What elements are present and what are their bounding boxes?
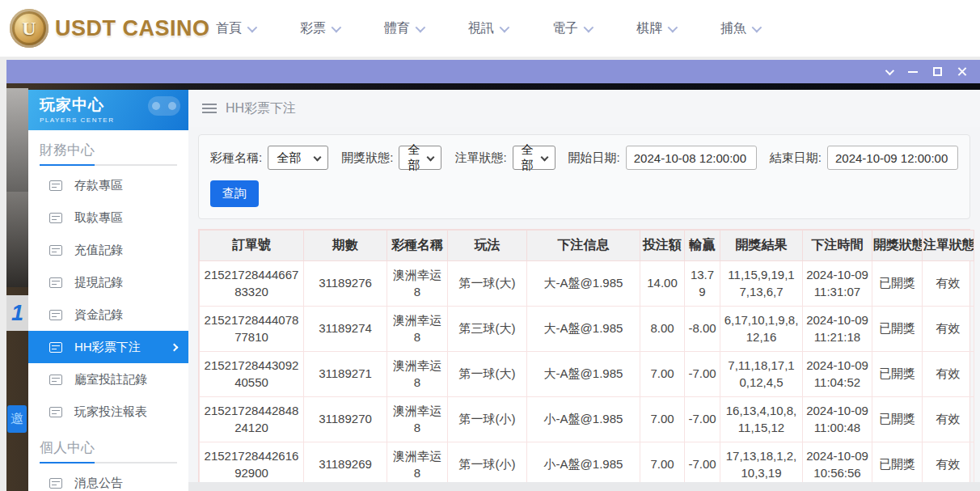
sidebar-item[interactable]: 提現記錄 <box>28 266 188 298</box>
cell-play: 第一球(大) <box>448 261 527 307</box>
sidebar-item[interactable]: 廳室投註記錄 <box>28 363 188 396</box>
table-row: 2152172844309240550 31189271 澳洲幸运8 第一球(大… <box>200 352 974 397</box>
cell-period: 31189271 <box>304 352 387 397</box>
nav-menu-item[interactable]: 視訊 <box>464 20 511 37</box>
draw-status-value: 全部 <box>408 142 420 173</box>
cell-lottery: 澳洲幸运8 <box>387 352 448 397</box>
deposit-icon <box>49 180 62 191</box>
sidebar-personal-items: 消息公告 <box>28 467 188 491</box>
casino-emblem-icon: U <box>10 9 49 48</box>
cell-draw-result: 6,17,10,1,9,8,12,16 <box>720 307 803 352</box>
draw-status-select[interactable]: 全部 <box>399 146 441 170</box>
hall-bets-icon <box>49 375 62 385</box>
query-button[interactable]: 查詢 <box>210 180 259 207</box>
start-date-input[interactable] <box>626 146 757 170</box>
table-header-cell: 期數 <box>304 231 387 261</box>
main-navigation: 首頁 彩票 體育 視訊 電子 棋牌 捕魚 <box>212 0 763 57</box>
sidebar-item-label: 資金記錄 <box>74 307 123 323</box>
cell-win-loss: -7.00 <box>685 442 720 488</box>
sidebar-item-label: HH彩票下注 <box>74 340 141 355</box>
bets-table: 訂單號期數彩種名稱玩法下注信息投注額輸贏開獎結果下注時間開獎狀態注單狀態 215… <box>198 229 970 488</box>
chevron-down-icon <box>427 154 435 162</box>
nav-label: 首頁 <box>216 20 242 37</box>
window-close-button[interactable] <box>949 60 974 83</box>
cell-lottery: 澳洲幸运8 <box>387 307 448 352</box>
section-label-personal: 個人中心 <box>40 438 177 457</box>
nav-menu-item[interactable]: 電子 <box>548 20 595 37</box>
close-icon <box>957 66 967 77</box>
background-fragment <box>6 88 28 192</box>
nav-menu-item[interactable]: 捕魚 <box>716 20 763 37</box>
gamepad-icon <box>148 96 180 116</box>
withdrawal-record-icon <box>49 277 62 288</box>
minimize-icon <box>908 71 918 73</box>
sidebar-item[interactable]: 消息公告 <box>28 467 188 491</box>
brand-logo[interactable]: U USDT CASINO <box>10 9 210 48</box>
cell-order-status: 有效 <box>923 352 974 397</box>
cell-lottery: 澳洲幸运8 <box>387 397 448 442</box>
nav-menu-item[interactable]: 彩票 <box>296 20 343 37</box>
table-header-row: 訂單號期數彩種名稱玩法下注信息投注額輸贏開獎結果下注時間開獎狀態注單狀態 <box>200 231 974 261</box>
bet-report-icon <box>49 407 62 417</box>
window-minimize-button[interactable] <box>901 60 925 83</box>
cell-draw-status: 已開獎 <box>872 352 923 397</box>
sidebar-item[interactable]: 資金記錄 <box>28 298 188 331</box>
nav-label: 棋牌 <box>636 20 662 37</box>
window-maximize-button[interactable] <box>925 60 949 83</box>
table-row: 2152172844466783320 31189276 澳洲幸运8 第一球(大… <box>200 261 974 307</box>
nav-menu-item[interactable]: 體育 <box>380 20 427 37</box>
menu-toggle-icon[interactable] <box>202 104 217 113</box>
cell-bet-info: 小-A盤@1.985 <box>527 397 640 442</box>
chevron-down-icon <box>416 22 426 32</box>
sidebar-item[interactable]: 充值記錄 <box>28 234 188 266</box>
background-fragment: 邀 <box>7 405 27 433</box>
lottery-name-label: 彩種名稱: <box>210 150 262 166</box>
section-divider <box>40 164 177 166</box>
end-date-label: 結束日期: <box>770 150 822 166</box>
sidebar-item-label: 消息公告 <box>74 476 123 491</box>
sidebar-finance-items: 存款專區 取款專區 充值記錄 提現記錄 <box>28 169 188 428</box>
sidebar: 玩家中心 PLAYERS CENTER 財務中心 存款專區 取款專區 <box>28 90 188 491</box>
nav-menu-item[interactable]: 首頁 <box>212 20 259 37</box>
window-collapse-button[interactable] <box>877 60 901 83</box>
end-date-input[interactable] <box>827 146 958 170</box>
section-label-finance: 財務中心 <box>40 141 177 159</box>
sidebar-item[interactable]: 玩家投注報表 <box>28 396 188 428</box>
cell-lottery: 澳洲幸运8 <box>387 442 448 488</box>
nav-menu-item[interactable]: 棋牌 <box>632 20 679 37</box>
window-body: 1 邀 玩家中心 PLAYERS CENTER 財務中心 存款專區 <box>6 83 980 491</box>
bottom-scrollbar-track[interactable] <box>188 482 980 491</box>
cell-win-loss: -7.00 <box>685 352 720 397</box>
cell-bet-time: 2024-10-09 11:04:52 <box>803 352 872 397</box>
cell-bet-info: 大-A盤@1.985 <box>527 352 640 397</box>
sidebar-item[interactable]: 存款專區 <box>28 169 188 201</box>
cell-order-no: 2152172844466783320 <box>200 261 304 307</box>
sidebar-header: 玩家中心 PLAYERS CENTER <box>28 90 188 130</box>
filter-panel: 彩種名稱: 全部 開獎狀態: 全部 注單狀態: 全部 <box>198 134 970 219</box>
lottery-name-select[interactable]: 全部 <box>268 146 328 170</box>
cell-bet-time: 2024-10-09 11:21:18 <box>803 307 872 352</box>
chevron-down-icon <box>540 154 548 162</box>
cell-play: 第三球(大) <box>448 307 527 352</box>
cell-order-no: 2152172844309240550 <box>200 352 304 397</box>
table-body: 2152172844466783320 31189276 澳洲幸运8 第一球(大… <box>200 261 974 488</box>
withdraw-icon <box>49 213 62 223</box>
cell-period: 31189276 <box>304 261 387 307</box>
cell-amount: 8.00 <box>640 307 685 352</box>
cell-order-no: 2152172844284824120 <box>200 397 304 442</box>
sidebar-item[interactable]: 取款專區 <box>28 201 188 234</box>
table-header-cell: 訂單號 <box>200 231 304 261</box>
sidebar-subtitle: PLAYERS CENTER <box>40 116 177 124</box>
table-header-cell: 開獎狀態 <box>872 231 923 261</box>
chevron-right-icon <box>171 343 179 351</box>
cell-win-loss: 13.79 <box>685 261 720 307</box>
order-status-select[interactable]: 全部 <box>513 146 555 170</box>
table-row: 2152172844261692900 31189269 澳洲幸运8 第一球(小… <box>200 442 974 488</box>
sidebar-item-label: 存款專區 <box>74 178 123 193</box>
sidebar-item-label: 提現記錄 <box>74 275 123 290</box>
cell-draw-result: 16,13,4,10,8,11,15,12 <box>720 397 803 442</box>
table-row: 2152172844284824120 31189270 澳洲幸运8 第一球(小… <box>200 397 974 442</box>
sidebar-item[interactable]: HH彩票下注 <box>28 331 188 363</box>
nav-label: 彩票 <box>300 20 326 37</box>
background-strip: 1 邀 <box>6 83 28 491</box>
